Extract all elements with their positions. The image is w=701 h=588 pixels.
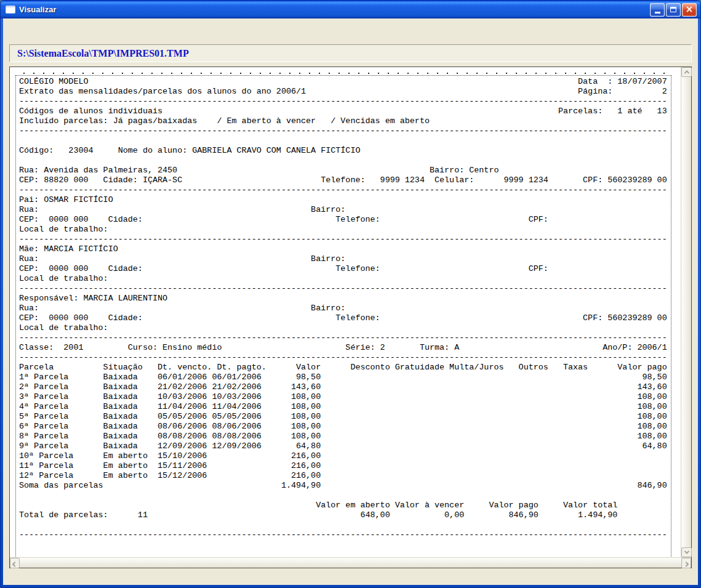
- window-title: Visualizar: [19, 5, 650, 14]
- title-bar[interactable]: Visualizar ×: [1, 1, 700, 18]
- chevron-up-icon: [684, 70, 689, 75]
- close-button[interactable]: ×: [682, 3, 697, 17]
- report-content: COLÉGIO MODELO Data : 18/07/2007 Extrato…: [16, 76, 671, 545]
- top-spacer: [3, 18, 698, 44]
- window-controls: ×: [650, 3, 697, 17]
- report-view[interactable]: COLÉGIO MODELO Data : 18/07/2007 Extrato…: [10, 67, 681, 557]
- minimize-button[interactable]: [650, 3, 665, 17]
- report-page: COLÉGIO MODELO Data : 18/07/2007 Extrato…: [15, 75, 671, 557]
- visualizar-window: Visualizar × S:\SistemaEscola\TMP\IMPRES…: [0, 0, 701, 588]
- horizontal-scrollbar[interactable]: [10, 557, 691, 568]
- maximize-icon: [670, 7, 676, 12]
- chevron-left-icon: [12, 562, 17, 566]
- vertical-scrollbar[interactable]: [681, 67, 691, 557]
- minimize-icon: [655, 12, 660, 14]
- gap: [3, 62, 698, 66]
- file-path-label: S:\SistemaEscola\TMP\IMPRES01.TMP: [17, 48, 189, 59]
- scroll-down-button[interactable]: [681, 547, 692, 557]
- report-panel: COLÉGIO MODELO Data : 18/07/2007 Extrato…: [9, 66, 692, 568]
- client-area: S:\SistemaEscola\TMP\IMPRES01.TMP COLÉGI…: [3, 18, 698, 585]
- window-icon: [6, 6, 15, 14]
- scroll-up-button[interactable]: [681, 67, 692, 77]
- scroll-right-button[interactable]: [681, 558, 691, 568]
- scroll-left-button[interactable]: [10, 558, 20, 568]
- path-bar: S:\SistemaEscola\TMP\IMPRES01.TMP: [9, 44, 692, 62]
- chevron-right-icon: [684, 562, 689, 566]
- close-icon: ×: [686, 5, 694, 14]
- maximize-button[interactable]: [666, 3, 681, 17]
- chevron-down-icon: [684, 549, 689, 554]
- page-margin-dots: [18, 71, 670, 75]
